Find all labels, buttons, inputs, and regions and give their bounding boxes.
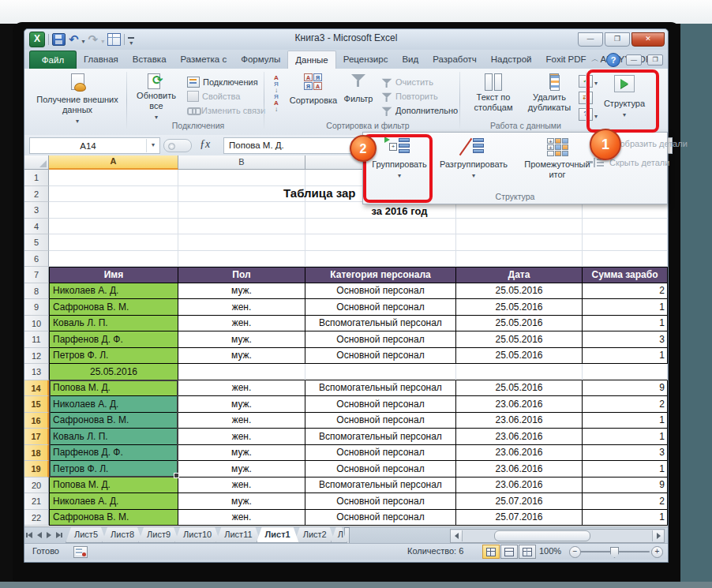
scrollbar-thumb[interactable] (494, 530, 590, 541)
cell-gender[interactable]: жен. (178, 299, 305, 316)
row-header[interactable]: 13 (24, 364, 49, 380)
prev-sheet-icon[interactable] (37, 532, 42, 538)
first-sheet-icon[interactable] (28, 532, 32, 538)
ribbon-tab[interactable]: Вставка (126, 51, 174, 68)
row-header[interactable]: 22 (24, 510, 49, 526)
cell-gender[interactable]: муж. (178, 461, 305, 478)
refresh-all-button[interactable]: ⟳ Обновить все (132, 73, 181, 122)
cell-sum[interactable]: 2 (583, 396, 668, 413)
sheet-tab[interactable]: Лист5 (66, 527, 107, 543)
cell-category[interactable]: Вспомогательный персонал (305, 380, 456, 397)
cell-name[interactable]: Николаев А. Д. (49, 283, 178, 300)
ribbon-tab[interactable]: Данные (287, 51, 336, 69)
cell[interactable] (583, 219, 668, 235)
sheet-tab[interactable]: Лист9 (138, 527, 179, 543)
row-header[interactable]: 8 (24, 283, 49, 300)
cell-category[interactable]: Основной персонал (305, 348, 456, 365)
macro-record-icon[interactable] (73, 546, 88, 558)
cell[interactable] (456, 202, 583, 219)
cell-gender[interactable]: жен. (178, 478, 305, 494)
cell-gender[interactable]: жен. (178, 510, 305, 526)
row-header[interactable]: 4 (24, 219, 49, 235)
cell-category[interactable]: Основной персонал (305, 493, 456, 510)
cell-sum[interactable]: 1 (583, 299, 668, 316)
name-box[interactable]: A14 (29, 137, 160, 154)
cell-sum[interactable]: 1 (583, 348, 668, 365)
tab-file[interactable]: Файл (29, 51, 77, 69)
cell-name[interactable]: Парфенов Д. Ф. (49, 331, 178, 348)
sort-az-icon[interactable]: АЯ↓ (267, 75, 286, 94)
help-icon[interactable]: ? (606, 53, 620, 67)
cell[interactable] (178, 251, 305, 268)
cell-category[interactable]: Основной персонал (305, 283, 456, 300)
cell-gender[interactable] (178, 364, 305, 380)
cell-name[interactable]: Сафронова В. М. (49, 510, 178, 526)
cell-date[interactable] (456, 364, 583, 380)
row-header[interactable]: 1 (24, 170, 49, 186)
row-header[interactable]: 17 (24, 429, 49, 445)
cell[interactable] (583, 234, 668, 251)
cell-date[interactable]: 25.05.2016 (456, 283, 583, 300)
cell-date[interactable]: 25.05.2016 (456, 331, 583, 348)
row-header[interactable]: 18 (24, 445, 49, 462)
cell-gender[interactable]: жен. (178, 429, 305, 445)
cell[interactable] (178, 202, 305, 219)
table-header-name[interactable]: Имя (49, 267, 178, 283)
cell[interactable] (305, 234, 456, 251)
select-all-corner[interactable] (24, 155, 49, 170)
get-external-data-button[interactable]: Получение внешних данных (31, 73, 124, 126)
cell-name[interactable]: Коваль Л. П. (49, 316, 178, 332)
ribbon-tab[interactable]: Надстрой (484, 51, 539, 68)
cell-sum[interactable] (583, 364, 668, 380)
table-header-category[interactable]: Категория персонала (305, 267, 456, 283)
restore-button[interactable]: ❐ (605, 32, 630, 47)
filter-button[interactable]: Фильтр (341, 73, 376, 104)
scroll-right-icon[interactable] (652, 530, 664, 541)
cell-date[interactable]: 25.07.2016 (456, 510, 583, 526)
close-button[interactable]: ✕ (631, 32, 665, 47)
minimize-button[interactable]: — (578, 32, 603, 47)
column-header-b[interactable]: B (178, 155, 305, 170)
cell-name[interactable]: Сафронова В. М. (49, 299, 178, 316)
table-header-sum[interactable]: Сумма зарабо (583, 267, 668, 283)
cell[interactable] (49, 219, 178, 235)
cell[interactable] (49, 251, 178, 268)
page-layout-view-button[interactable] (500, 545, 518, 559)
row-header[interactable]: 6 (24, 251, 49, 268)
sheet-tab[interactable]: Лист2 (294, 527, 335, 543)
sheet-tab[interactable]: Лист8 (102, 527, 143, 543)
cell[interactable] (305, 251, 456, 268)
cell[interactable] (178, 219, 305, 235)
row-header[interactable]: 21 (24, 493, 49, 510)
cell-sum[interactable]: 3 (583, 445, 668, 462)
cell-date[interactable]: 23.06.2016 (456, 429, 583, 445)
cell-date[interactable]: 23.06.2016 (456, 461, 583, 478)
ribbon-tab[interactable]: Разметка с (174, 51, 234, 68)
row-header[interactable]: 5 (24, 234, 49, 251)
cell-category[interactable]: Основной персонал (305, 299, 456, 316)
row-header[interactable]: 9 (24, 299, 49, 316)
cell[interactable] (583, 251, 668, 268)
row-header[interactable]: 19 (24, 461, 49, 478)
cell-name[interactable]: Николаев А. Д. (49, 493, 178, 510)
zoom-out-icon[interactable]: − (569, 546, 581, 558)
cell-date[interactable]: 25.05.2016 (456, 299, 583, 316)
cell[interactable] (456, 234, 583, 251)
cell-date[interactable]: 25.05.2016 (456, 380, 583, 397)
ungroup-button[interactable]: Разгруппировать (434, 138, 513, 181)
formula-pill-button[interactable] (163, 139, 192, 152)
sort-button[interactable]: АЯЯА Сортировка (287, 73, 339, 106)
last-sheet-icon[interactable] (56, 532, 61, 538)
table-header-date[interactable]: Дата (456, 267, 583, 283)
cell-category[interactable]: Основной персонал (305, 331, 456, 348)
cell-gender[interactable]: муж. (178, 331, 305, 348)
cell-gender[interactable]: жен. (178, 413, 305, 429)
sheet-tab[interactable]: Лист1 (257, 527, 299, 543)
cell-date[interactable]: 23.06.2016 (456, 413, 583, 429)
column-header-a[interactable]: A (49, 155, 178, 170)
cell-sum[interactable]: 2 (583, 283, 668, 300)
page-break-view-button[interactable] (519, 545, 536, 559)
connections-button[interactable]: Подключения (187, 75, 265, 89)
cell-gender[interactable]: муж. (178, 283, 305, 300)
cell-gender[interactable]: жен. (178, 316, 305, 332)
